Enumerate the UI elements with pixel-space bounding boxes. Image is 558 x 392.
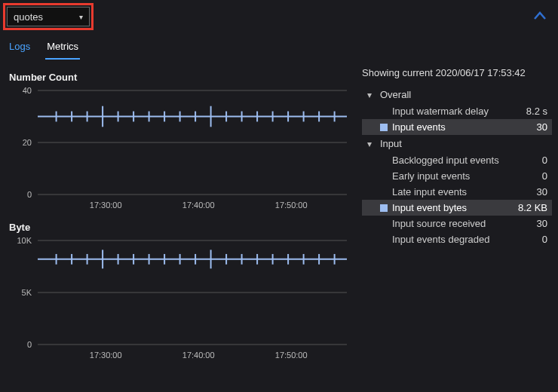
metric-name: Early input events [392, 170, 513, 182]
chart-number-count: 0204017:30:0017:40:0017:50:00 [6, 86, 353, 214]
chevron-down-icon: ▾ [79, 13, 83, 21]
metric-row-input-events[interactable]: Input events 30 [362, 119, 552, 135]
tab-metrics-label: Metrics [47, 41, 78, 52]
dropdown-highlight: quotes ▾ [3, 3, 94, 30]
collapse-panel-icon[interactable] [526, 7, 553, 27]
svg-text:10K: 10K [17, 236, 32, 245]
metric-name: Input source received [392, 218, 513, 229]
swatch-icon [380, 220, 388, 228]
chart1-title: Number Count [9, 72, 356, 83]
tab-logs-label: Logs [9, 41, 30, 52]
svg-text:0: 0 [27, 340, 32, 349]
chart-byte: 05K10K17:30:0017:40:0017:50:00 [6, 236, 353, 364]
metric-value: 0 [517, 155, 547, 166]
group-overall-header[interactable]: ▾ Overall [362, 86, 552, 103]
swatch-icon [380, 236, 388, 243]
swatch-icon [380, 173, 388, 180]
metric-name: Backlogged input events [392, 155, 513, 166]
svg-text:17:50:00: 17:50:00 [275, 351, 308, 360]
metric-name: Input event bytes [392, 202, 513, 213]
svg-text:0: 0 [27, 190, 32, 199]
swatch-icon [380, 124, 388, 131]
svg-text:17:30:00: 17:30:00 [90, 201, 122, 210]
svg-text:17:40:00: 17:40:00 [182, 201, 215, 210]
metric-row-early[interactable]: Early input events 0 [362, 168, 552, 184]
view-tabs: Logs Metrics [0, 30, 558, 60]
group-input-header[interactable]: ▾ Input [362, 135, 552, 152]
dropdown-value: quotes [14, 11, 43, 23]
svg-text:20: 20 [23, 138, 32, 147]
swatch-icon [380, 108, 388, 115]
swatch-icon [380, 157, 388, 164]
chart2-title: Byte [9, 222, 356, 233]
metric-name: Input watermark delay [392, 106, 513, 117]
metric-row-backlogged[interactable]: Backlogged input events 0 [362, 152, 552, 168]
stream-selector-dropdown[interactable]: quotes ▾ [7, 7, 90, 26]
metric-row-input-event-bytes[interactable]: Input event bytes 8.2 KB [362, 200, 552, 216]
swatch-icon [380, 188, 388, 196]
svg-text:40: 40 [23, 86, 32, 95]
tab-metrics[interactable]: Metrics [45, 38, 80, 60]
chevron-down-icon: ▾ [365, 139, 374, 149]
metric-name: Late input events [392, 186, 513, 198]
tab-logs[interactable]: Logs [8, 38, 32, 60]
svg-text:5K: 5K [22, 288, 32, 297]
metric-row-late[interactable]: Late input events 30 [362, 184, 552, 200]
metric-value: 0 [517, 170, 547, 182]
svg-text:17:30:00: 17:30:00 [90, 351, 122, 360]
showing-timestamp: Showing current 2020/06/17 17:53:42 [362, 67, 552, 78]
metric-value: 8.2 KB [517, 202, 547, 213]
metric-row-source-received[interactable]: Input source received 30 [362, 216, 552, 231]
metric-name: Input events degraded [392, 234, 513, 245]
charts-column: Number Count 0204017:30:0017:40:0017:50:… [6, 67, 356, 392]
metrics-side-panel: Showing current 2020/06/17 17:53:42 ▾ Ov… [356, 67, 552, 392]
svg-text:17:40:00: 17:40:00 [182, 351, 215, 360]
swatch-icon [380, 204, 388, 212]
metric-name: Input events [392, 121, 513, 133]
metric-value: 30 [517, 121, 547, 133]
metric-row-watermark-delay[interactable]: Input watermark delay 8.2 s [362, 103, 552, 119]
group-input-label: Input [380, 138, 402, 149]
metric-value: 8.2 s [517, 106, 547, 117]
metric-row-degraded[interactable]: Input events degraded 0 [362, 231, 552, 247]
metric-value: 0 [517, 234, 547, 245]
group-overall-label: Overall [380, 89, 411, 100]
svg-text:17:50:00: 17:50:00 [275, 201, 308, 210]
chevron-down-icon: ▾ [365, 90, 374, 100]
metric-value: 30 [517, 218, 547, 229]
metric-value: 30 [517, 186, 547, 198]
